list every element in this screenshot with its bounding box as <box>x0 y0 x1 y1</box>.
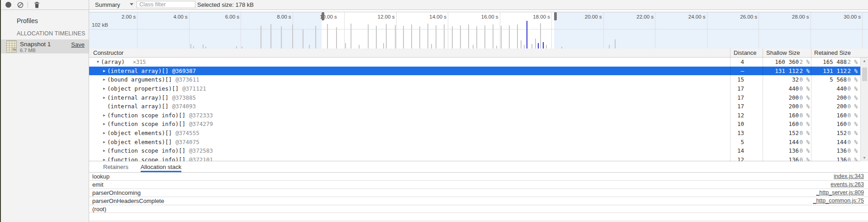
table-row[interactable]: ▶ (bound arguments)[] @373611 15 320 % 5… <box>89 75 860 84</box>
source-link[interactable]: index.js:343 <box>834 173 864 179</box>
constructor-name: (internal array)[] <box>107 68 168 74</box>
table-row[interactable]: ▶ (object elements)[] @374075 5 1440 % 1… <box>89 137 860 146</box>
stack-frame-row[interactable]: lookup index.js:343 <box>89 173 868 181</box>
allocation-bar <box>501 26 502 48</box>
time-tick-label: 30.00 s <box>828 14 861 19</box>
scroll-up-icon[interactable]: ▲ <box>861 58 868 64</box>
stack-frame-row[interactable]: (root) <box>89 205 868 213</box>
column-divider[interactable] <box>811 48 811 161</box>
distance-cell: 10 <box>730 120 763 129</box>
expand-arrow-icon[interactable]: ▶ <box>101 113 107 117</box>
chevron-down-icon[interactable] <box>130 3 133 5</box>
perspective-select[interactable]: Summary <box>95 1 120 8</box>
expand-arrow-icon[interactable]: ▶ <box>101 140 107 144</box>
column-header-shallow-size[interactable]: Shallow Size <box>766 49 800 56</box>
stack-frame-row[interactable]: parserOnHeadersComplete _http_common.js:… <box>89 197 868 205</box>
table-row[interactable]: ▶ (object properties)[] @371121 17 4400 … <box>89 84 860 93</box>
timeline-chart[interactable]: 2.00 s4.00 s6.00 s8.00 s10.00 s12.00 s14… <box>89 12 868 49</box>
retained-size-cell: 5 5680 % <box>811 75 859 84</box>
shallow-size-cell: 2000 % <box>763 102 811 111</box>
sidebar-divider[interactable] <box>89 0 89 222</box>
expand-arrow-icon[interactable]: ▶ <box>101 131 107 135</box>
allocation-bar <box>309 45 310 48</box>
save-link[interactable]: Save <box>71 41 85 48</box>
time-gridline <box>759 12 759 49</box>
clear-icon[interactable] <box>17 2 24 10</box>
shallow-size-cell: 1360 % <box>763 146 811 155</box>
time-gridline <box>189 12 190 49</box>
object-id: @371121 <box>182 85 206 92</box>
allocation-bar <box>386 24 387 48</box>
object-id: @369387 <box>172 68 196 74</box>
retained-size-cell: 1360 % <box>811 146 859 155</box>
selection-handle-right[interactable] <box>554 12 557 20</box>
time-tick-label: 6.00 s <box>207 14 239 19</box>
stack-frame-row[interactable]: parserOnIncoming _http_server.js:809 <box>89 189 868 197</box>
grid-scrollbar[interactable]: ▲ ▼ <box>860 58 868 161</box>
column-divider[interactable] <box>730 48 730 161</box>
column-header-retained-size[interactable]: Retained Size <box>814 49 851 56</box>
class-filter-input[interactable] <box>137 1 195 8</box>
bottom-tabs: RetainersAllocation stack <box>89 162 868 173</box>
expand-arrow-icon[interactable]: ▶ <box>101 149 107 153</box>
constructor-cell: ▶ (object elements)[] @374075 <box>89 137 204 146</box>
window-edge <box>0 0 1 222</box>
column-divider[interactable] <box>763 48 763 161</box>
constructor-cell: ▶ (function scope info)[] @374279 <box>89 120 218 129</box>
allocation-bar <box>261 26 261 48</box>
distance-cell: 17 <box>730 84 763 93</box>
scroll-down-icon[interactable]: ▼ <box>861 155 868 161</box>
expand-arrow-icon[interactable]: ▶ <box>101 69 107 73</box>
expand-arrow-icon[interactable]: ▶ <box>101 122 107 126</box>
expand-arrow-icon[interactable]: ▶ <box>101 96 107 100</box>
constructor-name: (function scope info)[] <box>107 147 185 154</box>
distance-cell: 17 <box>730 102 763 111</box>
table-row[interactable]: ▶ (internal array)[] @369387 – 131 1122 … <box>89 67 860 76</box>
expand-arrow-icon[interactable]: ▶ <box>101 87 107 91</box>
expand-arrow-icon[interactable]: ▶ <box>101 158 107 161</box>
allocation-bar <box>203 44 204 48</box>
scrollbar-thumb[interactable] <box>862 68 867 81</box>
sidebar-item-snapshot-1[interactable]: % Snapshot 1 6.7 MB Save <box>0 39 89 53</box>
table-row[interactable]: ▶ (function scope info)[] @372583 14 136… <box>89 146 860 155</box>
distance-cell: 13 <box>730 129 763 138</box>
constructor-cell: ▼ (array) ×315 <box>89 58 146 67</box>
table-row[interactable]: ▶ (function scope info)[] @374279 10 160… <box>89 120 860 129</box>
stack-frame-row[interactable]: emit events.js:263 <box>89 181 868 189</box>
function-name: (root) <box>92 206 106 212</box>
object-id: @372101 <box>189 156 213 161</box>
selection-handle-left[interactable] <box>322 12 324 20</box>
expand-arrow-icon[interactable]: ▼ <box>95 60 101 64</box>
table-row[interactable]: ▶ (internal array)[] @373885 17 2000 % 2… <box>89 93 860 102</box>
memory-gridline <box>89 29 868 29</box>
table-row[interactable]: ▶ (function scope info)[] @372101 12 136… <box>89 155 860 161</box>
source-link[interactable]: events.js:263 <box>830 181 864 188</box>
column-header-distance[interactable]: Distance <box>734 49 757 56</box>
time-tick-label: 14.00 s <box>414 14 446 19</box>
expand-arrow-icon[interactable]: ▶ <box>101 77 107 82</box>
tab-retainers[interactable]: Retainers <box>103 162 128 172</box>
record-heap-icon[interactable] <box>5 2 11 8</box>
source-link[interactable]: _http_common.js:75 <box>813 198 864 204</box>
source-link[interactable]: _http_server.js:809 <box>816 189 864 196</box>
table-row[interactable]: ▶ (function scope info)[] @372333 12 160… <box>89 111 860 120</box>
table-row[interactable]: ▶ (object elements)[] @374555 13 1520 % … <box>89 129 860 138</box>
retained-size-cell: 1600 % <box>811 120 859 129</box>
bottom-strip <box>0 220 868 222</box>
distance-cell: 4 <box>730 58 763 67</box>
constructor-cell: (internal array)[] @374093 <box>89 102 200 111</box>
tab-allocation-stack[interactable]: Allocation stack <box>141 162 181 172</box>
object-id: @374093 <box>172 103 196 110</box>
table-row[interactable]: (internal array)[] @374093 17 2000 % 200… <box>89 102 860 111</box>
allocation-bar <box>517 24 518 48</box>
delete-profile-icon[interactable] <box>34 2 40 10</box>
shallow-size-cell: 2000 % <box>763 93 811 102</box>
retained-size-cell: 131 1122 % <box>811 67 859 76</box>
table-row[interactable]: ▼ (array) ×315 4 160 3602 % 165 4882 % <box>89 58 860 67</box>
shallow-size-cell: 1360 % <box>763 155 811 161</box>
profiles-sidebar: Profiles ALLOCATION TIMELINES % Snapshot… <box>0 10 89 222</box>
allocation-bar <box>444 24 445 48</box>
distance-cell: 12 <box>730 111 763 120</box>
column-header-constructor[interactable]: Constructor <box>93 49 123 56</box>
shallow-size-cell: 1600 % <box>763 111 811 120</box>
